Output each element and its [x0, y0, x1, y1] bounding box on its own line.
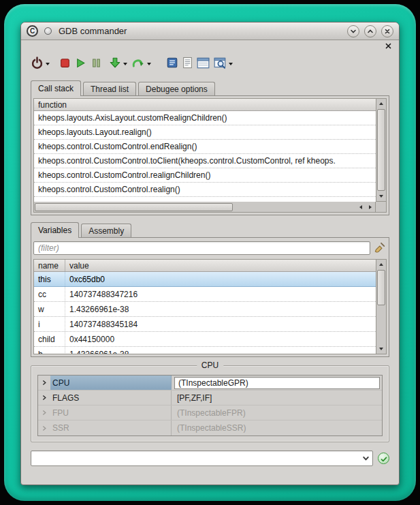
expand-arrow-icon[interactable] [38, 410, 50, 416]
dropdown-arrow-icon[interactable] [123, 63, 127, 65]
variable-value: 140737488347216 [65, 287, 376, 301]
scroll-down-icon[interactable] [376, 192, 386, 201]
dropdown-arrow-icon[interactable] [229, 63, 233, 65]
callstack-row[interactable]: kheops.layouts.Layout.realign() [34, 125, 376, 140]
callstack-vertical-scrollbar[interactable] [376, 98, 387, 202]
cpu-row-value: (TInspectableSSR) [172, 420, 382, 435]
variable-row[interactable]: cc 140737488347216 [34, 287, 376, 302]
function-column-header[interactable]: function [34, 99, 376, 111]
scroll-up-icon[interactable] [376, 260, 386, 269]
window-rows-icon [197, 57, 210, 72]
cpu-groupbox: CPU CPU (TInspectableGPR) FLAGS [PF,ZF,I… [31, 365, 389, 442]
variable-row[interactable]: child 0x44150000 [34, 332, 376, 347]
window-magnifier-icon [214, 57, 227, 72]
expand-arrow-icon[interactable] [38, 425, 50, 431]
variable-value: 0xc65db0 [65, 272, 376, 286]
debug-toolbar [21, 51, 399, 80]
tab-call-stack[interactable]: Call stack [31, 80, 81, 96]
variable-name: child [34, 332, 65, 346]
titlebar-badge-icon [44, 27, 52, 35]
step-into-button[interactable] [109, 55, 121, 74]
stop-button[interactable] [59, 55, 71, 74]
messages-button[interactable] [166, 55, 178, 74]
power-icon [31, 57, 44, 72]
callstack-horizontal-scrollbar[interactable] [33, 202, 376, 213]
maximize-button[interactable] [364, 25, 376, 37]
call-stack-panel: function kheops.layouts.AxisLayout.custo… [31, 95, 389, 215]
dropdown-arrow-icon[interactable] [46, 63, 50, 65]
command-combobox[interactable] [31, 450, 373, 466]
close-icon [384, 25, 391, 37]
tab-thread-list[interactable]: Thread list [83, 82, 136, 95]
cpu-row[interactable]: SSR (TInspectableSSR) [38, 420, 382, 435]
callstack-row[interactable]: kheops.control.CustomControl.realign() [34, 183, 376, 197]
messages-icon [166, 57, 178, 72]
clear-filter-icon[interactable] [373, 242, 387, 254]
gdb-commander-window: C GDB commander [20, 22, 400, 485]
cpu-row-value: [PF,ZF,IF] [172, 391, 382, 405]
variable-row[interactable]: w 1.43266961e-38 [34, 302, 376, 317]
scroll-down-icon[interactable] [376, 344, 386, 354]
scroll-up-icon[interactable] [376, 99, 386, 108]
scrollbar-thumb[interactable] [35, 203, 233, 211]
variable-name: w [34, 302, 65, 316]
scrollbar-thumb[interactable] [377, 270, 385, 305]
variable-row[interactable]: this 0xc65db0 [34, 272, 376, 287]
tab-variables[interactable]: Variables [31, 222, 79, 238]
callstack-row[interactable]: kheops.control.CustomControl.realignChil… [34, 168, 376, 183]
source-list-button[interactable] [182, 55, 193, 74]
scroll-right-icon[interactable] [366, 202, 375, 212]
minimize-button[interactable] [347, 25, 359, 37]
expand-arrow-icon[interactable] [38, 380, 50, 386]
run-button[interactable] [75, 55, 86, 74]
cpu-row[interactable]: CPU (TInspectableGPR) [38, 376, 382, 391]
cpu-row-value: (TInspectableFPR) [172, 405, 382, 420]
stop-icon [59, 57, 71, 72]
chevron-down-icon [362, 453, 370, 465]
step-over-button[interactable] [131, 55, 145, 74]
cpu-row[interactable]: FPU (TInspectableFPR) [38, 405, 382, 420]
command-input[interactable] [31, 454, 359, 463]
cpu-row-name: CPU [50, 376, 172, 390]
variable-name: b [34, 347, 65, 354]
expand-arrow-icon[interactable] [38, 395, 50, 401]
variable-value: 1.43266961e-38 [65, 347, 376, 354]
dropdown-arrow-icon[interactable] [147, 63, 151, 65]
scroll-left-icon[interactable] [356, 202, 366, 212]
callstack-row[interactable]: kheops.control.CustomControl.endRealign(… [34, 140, 376, 154]
cpu-groupbox-title: CPU [197, 361, 223, 370]
variable-row[interactable]: b 1.43266961e-38 [34, 347, 376, 354]
variable-value: 0x44150000 [65, 332, 376, 346]
value-column-header[interactable]: value [65, 260, 376, 271]
titlebar[interactable]: C GDB commander [21, 22, 399, 40]
scrollbar-thumb[interactable] [377, 109, 385, 191]
window-controls [347, 25, 393, 37]
tab-assembly[interactable]: Assembly [81, 224, 131, 237]
play-icon [75, 57, 86, 72]
variable-name: cc [34, 287, 65, 301]
callstack-row[interactable]: kheops.control.CustomControl.toClient(kh… [34, 154, 376, 168]
cpu-value-editor[interactable]: (TInspectableGPR) [174, 377, 380, 389]
tab-debugee-options[interactable]: Debugee options [138, 82, 215, 95]
inspector-window-button[interactable] [214, 55, 227, 74]
scrollbar-corner [376, 202, 387, 213]
combo-dropdown-button[interactable] [359, 451, 372, 465]
watches-window-button[interactable] [197, 55, 210, 74]
pause-button[interactable] [91, 55, 102, 74]
variable-row[interactable]: i 140737488345184 [34, 317, 376, 332]
dock-header [21, 40, 399, 51]
cpu-row[interactable]: FLAGS [PF,ZF,IF] [38, 391, 382, 405]
power-button[interactable] [31, 55, 44, 74]
callstack-row[interactable]: kheops.layouts.AxisLayout.customRealignC… [34, 111, 376, 125]
cpu-row-name: FPU [50, 405, 172, 420]
filter-input[interactable] [33, 241, 370, 255]
variables-vertical-scrollbar[interactable] [376, 259, 387, 354]
app-icon: C [27, 25, 38, 37]
command-bar [31, 450, 389, 466]
name-column-header[interactable]: name [34, 260, 65, 271]
accept-button[interactable] [378, 453, 389, 464]
window-title: GDB commander [59, 26, 127, 36]
close-button[interactable] [381, 25, 393, 37]
chevron-down-icon [350, 25, 357, 37]
function-column-label: function [38, 100, 67, 110]
